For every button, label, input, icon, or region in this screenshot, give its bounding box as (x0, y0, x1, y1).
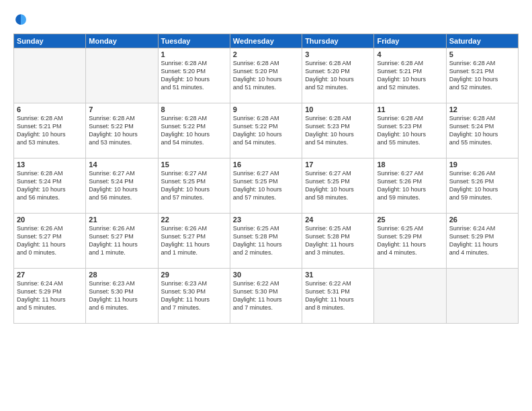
header (13, 12, 519, 27)
calendar-cell: 5Sunrise: 6:28 AM Sunset: 5:21 PM Daylig… (446, 48, 518, 103)
day-detail: Sunrise: 6:28 AM Sunset: 5:21 PM Dayligh… (449, 59, 515, 92)
calendar-cell: 24Sunrise: 6:25 AM Sunset: 5:28 PM Dayli… (302, 214, 374, 269)
day-detail: Sunrise: 6:26 AM Sunset: 5:27 PM Dayligh… (161, 224, 227, 257)
calendar-cell: 8Sunrise: 6:28 AM Sunset: 5:22 PM Daylig… (158, 103, 230, 158)
calendar-cell: 19Sunrise: 6:26 AM Sunset: 5:26 PM Dayli… (446, 158, 518, 214)
calendar-week-1: 6Sunrise: 6:28 AM Sunset: 5:21 PM Daylig… (14, 103, 519, 158)
day-number: 24 (305, 216, 371, 224)
calendar-cell: 7Sunrise: 6:28 AM Sunset: 5:22 PM Daylig… (86, 103, 158, 158)
day-detail: Sunrise: 6:28 AM Sunset: 5:22 PM Dayligh… (89, 114, 154, 147)
calendar-cell: 27Sunrise: 6:24 AM Sunset: 5:29 PM Dayli… (14, 269, 86, 324)
day-detail: Sunrise: 6:27 AM Sunset: 5:24 PM Dayligh… (89, 169, 154, 202)
calendar-cell: 26Sunrise: 6:24 AM Sunset: 5:29 PM Dayli… (446, 214, 518, 269)
day-detail: Sunrise: 6:27 AM Sunset: 5:25 PM Dayligh… (161, 169, 227, 202)
day-detail: Sunrise: 6:24 AM Sunset: 5:29 PM Dayligh… (17, 279, 83, 312)
day-number: 11 (377, 105, 443, 113)
day-detail: Sunrise: 6:28 AM Sunset: 5:21 PM Dayligh… (17, 114, 83, 147)
calendar-header-row: SundayMondayTuesdayWednesdayThursdayFrid… (14, 34, 519, 48)
calendar-cell: 17Sunrise: 6:27 AM Sunset: 5:25 PM Dayli… (302, 158, 374, 214)
logo (13, 12, 31, 27)
day-number: 15 (161, 161, 227, 169)
calendar-cell: 16Sunrise: 6:27 AM Sunset: 5:25 PM Dayli… (230, 158, 302, 214)
calendar-cell: 2Sunrise: 6:28 AM Sunset: 5:20 PM Daylig… (230, 48, 302, 103)
day-detail: Sunrise: 6:28 AM Sunset: 5:22 PM Dayligh… (233, 114, 299, 147)
calendar-cell: 18Sunrise: 6:27 AM Sunset: 5:26 PM Dayli… (374, 158, 446, 214)
calendar-cell: 6Sunrise: 6:28 AM Sunset: 5:21 PM Daylig… (14, 103, 86, 158)
day-detail: Sunrise: 6:22 AM Sunset: 5:31 PM Dayligh… (305, 279, 371, 312)
day-detail: Sunrise: 6:27 AM Sunset: 5:25 PM Dayligh… (305, 169, 371, 202)
calendar-table: SundayMondayTuesdayWednesdayThursdayFrid… (13, 34, 519, 324)
day-detail: Sunrise: 6:28 AM Sunset: 5:24 PM Dayligh… (17, 169, 83, 202)
day-detail: Sunrise: 6:28 AM Sunset: 5:23 PM Dayligh… (305, 114, 371, 147)
calendar-header-saturday: Saturday (446, 34, 518, 48)
calendar-cell: 9Sunrise: 6:28 AM Sunset: 5:22 PM Daylig… (230, 103, 302, 158)
day-number: 12 (449, 105, 515, 113)
day-detail: Sunrise: 6:27 AM Sunset: 5:26 PM Dayligh… (377, 169, 443, 202)
calendar-cell: 31Sunrise: 6:22 AM Sunset: 5:31 PM Dayli… (302, 269, 374, 324)
day-number: 4 (377, 50, 443, 58)
day-detail: Sunrise: 6:26 AM Sunset: 5:27 PM Dayligh… (89, 224, 154, 257)
day-number: 2 (233, 50, 299, 58)
calendar-cell: 25Sunrise: 6:25 AM Sunset: 5:29 PM Dayli… (374, 214, 446, 269)
calendar-header-thursday: Thursday (302, 34, 374, 48)
calendar-week-4: 27Sunrise: 6:24 AM Sunset: 5:29 PM Dayli… (14, 269, 519, 324)
calendar-cell: 11Sunrise: 6:28 AM Sunset: 5:23 PM Dayli… (374, 103, 446, 158)
day-detail: Sunrise: 6:28 AM Sunset: 5:20 PM Dayligh… (233, 59, 299, 92)
day-detail: Sunrise: 6:24 AM Sunset: 5:29 PM Dayligh… (449, 224, 515, 257)
calendar-cell: 4Sunrise: 6:28 AM Sunset: 5:21 PM Daylig… (374, 48, 446, 103)
calendar-cell: 22Sunrise: 6:26 AM Sunset: 5:27 PM Dayli… (158, 214, 230, 269)
calendar-cell: 10Sunrise: 6:28 AM Sunset: 5:23 PM Dayli… (302, 103, 374, 158)
calendar-cell: 12Sunrise: 6:28 AM Sunset: 5:24 PM Dayli… (446, 103, 518, 158)
logo-icon (13, 12, 28, 27)
calendar-header-tuesday: Tuesday (158, 34, 230, 48)
day-detail: Sunrise: 6:26 AM Sunset: 5:27 PM Dayligh… (17, 224, 83, 257)
day-number: 8 (161, 105, 227, 113)
day-detail: Sunrise: 6:27 AM Sunset: 5:25 PM Dayligh… (233, 169, 299, 202)
calendar-header-monday: Monday (86, 34, 158, 48)
day-detail: Sunrise: 6:23 AM Sunset: 5:30 PM Dayligh… (89, 279, 154, 312)
day-number: 6 (17, 105, 83, 113)
calendar-cell (86, 48, 158, 103)
calendar-cell: 15Sunrise: 6:27 AM Sunset: 5:25 PM Dayli… (158, 158, 230, 214)
calendar-cell: 1Sunrise: 6:28 AM Sunset: 5:20 PM Daylig… (158, 48, 230, 103)
day-detail: Sunrise: 6:25 AM Sunset: 5:28 PM Dayligh… (305, 224, 371, 257)
calendar-header-wednesday: Wednesday (230, 34, 302, 48)
calendar-cell: 14Sunrise: 6:27 AM Sunset: 5:24 PM Dayli… (86, 158, 158, 214)
day-number: 30 (233, 271, 299, 279)
day-number: 13 (17, 161, 83, 169)
day-number: 21 (89, 216, 154, 224)
day-number: 20 (17, 216, 83, 224)
day-detail: Sunrise: 6:22 AM Sunset: 5:30 PM Dayligh… (233, 279, 299, 312)
day-detail: Sunrise: 6:28 AM Sunset: 5:20 PM Dayligh… (161, 59, 227, 92)
calendar-cell: 30Sunrise: 6:22 AM Sunset: 5:30 PM Dayli… (230, 269, 302, 324)
day-detail: Sunrise: 6:23 AM Sunset: 5:30 PM Dayligh… (161, 279, 227, 312)
calendar-week-2: 13Sunrise: 6:28 AM Sunset: 5:24 PM Dayli… (14, 158, 519, 214)
day-number: 19 (449, 161, 515, 169)
calendar-cell (446, 269, 518, 324)
calendar-cell: 13Sunrise: 6:28 AM Sunset: 5:24 PM Dayli… (14, 158, 86, 214)
day-number: 22 (161, 216, 227, 224)
day-number: 26 (449, 216, 515, 224)
day-number: 16 (233, 161, 299, 169)
day-detail: Sunrise: 6:26 AM Sunset: 5:26 PM Dayligh… (449, 169, 515, 202)
calendar-cell: 21Sunrise: 6:26 AM Sunset: 5:27 PM Dayli… (86, 214, 158, 269)
calendar-cell: 20Sunrise: 6:26 AM Sunset: 5:27 PM Dayli… (14, 214, 86, 269)
day-detail: Sunrise: 6:28 AM Sunset: 5:20 PM Dayligh… (305, 59, 371, 92)
calendar-cell: 28Sunrise: 6:23 AM Sunset: 5:30 PM Dayli… (86, 269, 158, 324)
day-number: 27 (17, 271, 83, 279)
day-number: 1 (161, 50, 227, 58)
day-number: 18 (377, 161, 443, 169)
day-detail: Sunrise: 6:28 AM Sunset: 5:23 PM Dayligh… (377, 114, 443, 147)
day-number: 31 (305, 271, 371, 279)
calendar-header-sunday: Sunday (14, 34, 86, 48)
calendar-cell: 3Sunrise: 6:28 AM Sunset: 5:20 PM Daylig… (302, 48, 374, 103)
day-number: 7 (89, 105, 154, 113)
day-detail: Sunrise: 6:28 AM Sunset: 5:21 PM Dayligh… (377, 59, 443, 92)
day-detail: Sunrise: 6:25 AM Sunset: 5:29 PM Dayligh… (377, 224, 443, 257)
day-number: 29 (161, 271, 227, 279)
day-detail: Sunrise: 6:28 AM Sunset: 5:22 PM Dayligh… (161, 114, 227, 147)
day-number: 28 (89, 271, 154, 279)
calendar-week-3: 20Sunrise: 6:26 AM Sunset: 5:27 PM Dayli… (14, 214, 519, 269)
day-number: 3 (305, 50, 371, 58)
page: SundayMondayTuesdayWednesdayThursdayFrid… (0, 0, 532, 411)
